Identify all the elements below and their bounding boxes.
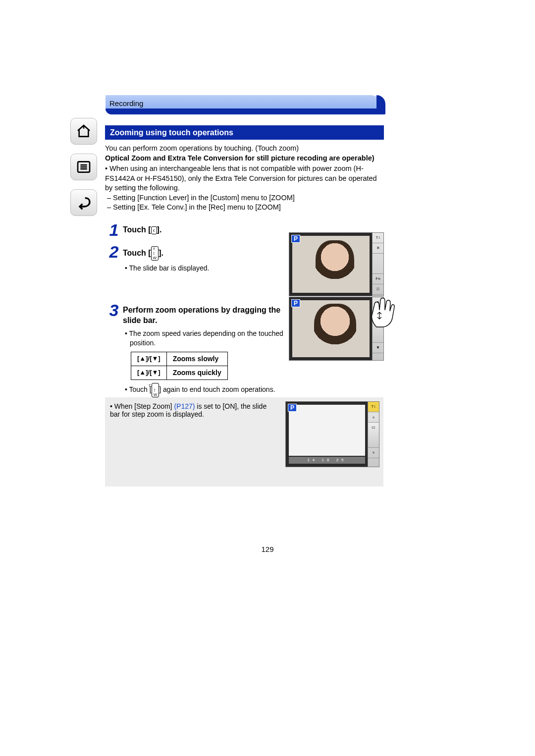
screen-inner [292,236,370,293]
step1-pre: Touch [ [123,225,151,234]
step3-title: Perform zoom operations by dragging the … [123,306,280,325]
intro-sub1: – Setting [Function Lever] in the [Custo… [105,193,383,203]
home-icon-button[interactable] [70,118,97,145]
step3-sub: • The zoom speed varies depending on the… [123,329,291,348]
header-decoration [106,108,383,114]
zoom-speed-table: [▲]/[▼]Zooms slowly [▲]/[▼]Zooms quickly [131,352,228,380]
screen-inner [292,300,370,357]
page-number: 129 [0,545,535,553]
touch-tab-icon: ‹ [151,226,157,234]
header-decoration-tail [376,95,385,114]
zoom-tw-icon: T↕ [373,233,383,243]
step2-pre: Touch [ [123,249,151,257]
touch-zoom-icon: T↕W [151,246,159,261]
step2-sub: • The slide bar is displayed. [123,264,286,273]
step2-post: ]. [159,249,163,257]
breadcrumb-label: Recording [109,99,143,108]
back-icon [76,195,92,211]
desc-cell: Zooms quickly [166,366,227,379]
back-icon-button[interactable] [70,189,97,216]
hand-drag-icon [368,293,395,328]
step3-after: • Touch [T↕W] again to end touch zoom op… [123,383,291,397]
screen-illustration-1: P T↕ ✕ Fn �⃞ [289,232,384,296]
section-title: Zooming using touch operations [110,128,233,137]
intro-line: You can perform zoom operations by touch… [105,144,383,154]
step-number: 3 [105,302,123,319]
intro-line-bold: Optical Zoom and Extra Tele Conversion f… [105,154,383,163]
desc-cell: Zooms slowly [166,352,227,366]
step-number: 1 [105,221,123,238]
touch-zoom-icon: T↕W [152,383,160,397]
screen-side-icons: T↕ ✕ Fn �⃞ [372,233,383,296]
home-icon [76,123,92,139]
mode-badge: P [291,299,300,307]
fn-icon: Fn [373,274,383,284]
mode-badge: P [291,235,300,243]
table-row: [▲]/[▼]Zooms quickly [131,366,228,379]
screen-slide-bar: T↕ ▵ ▭ ▿ [368,402,379,467]
keys-cell: [▲]/[▼] [131,352,167,366]
ev-icon: ✕ [373,243,383,254]
step-number: 2 [105,243,123,260]
toc-icon-button[interactable] [70,154,97,180]
intro-sub2: – Setting [Ex. Tele Conv.] in the [Rec] … [105,203,383,213]
note-box: • When [Step Zoom] (P127) is set to [ON]… [105,397,383,486]
screen-illustration-3: P 14 18 25 T↕ ▵ ▭ ▿ [285,401,379,467]
mode-badge: P [288,404,297,412]
keys-cell: [▲]/[▼] [131,366,167,379]
note-page-link[interactable]: (P127) [174,402,195,410]
step1-post: ]. [157,225,162,234]
intro-bullet: • When using an interchangeable lens tha… [105,164,383,193]
section-title-bar: Zooming using touch operations [105,125,384,140]
toc-icon [76,159,92,175]
table-row: [▲]/[▼]Zooms slowly [131,352,228,366]
zoom-scale: 14 18 25 [289,457,365,464]
note-pre: • When [Step Zoom] [110,402,174,410]
